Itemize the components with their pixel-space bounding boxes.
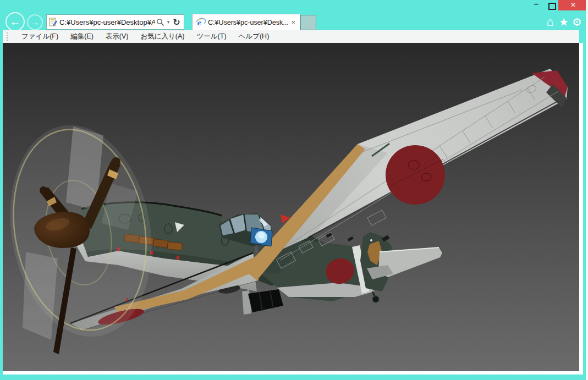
tab-close-icon[interactable]: × — [290, 18, 296, 26]
address-url-text[interactable]: C:¥Users¥pc-user¥Desktop¥A6M — [59, 18, 155, 26]
back-button[interactable]: ← — [6, 12, 25, 31]
home-icon[interactable]: ⌂ — [543, 15, 557, 29]
minimize-button[interactable]: – — [530, 0, 543, 10]
blue-nav-light — [250, 228, 272, 246]
address-bar[interactable]: C:¥Users¥pc-user¥Desktop¥A6M ▾ ↻ — [46, 14, 184, 30]
menu-edit[interactable]: 編集(E) — [70, 32, 94, 41]
menu-bar: ファイル(F) 編集(E) 表示(V) お気に入り(A) ツール(T) ヘルプ(… — [3, 30, 579, 43]
favorites-star-icon[interactable]: ★ — [557, 15, 570, 29]
maximize-icon — [548, 3, 556, 10]
aircraft-3d-model[interactable] — [3, 43, 579, 371]
right-wing — [244, 69, 568, 280]
hinomaru-right-wing — [386, 145, 445, 205]
menu-help[interactable]: ヘルプ(H) — [239, 32, 270, 41]
radiator-intake — [248, 289, 283, 312]
ie-logo-icon: e — [196, 18, 206, 27]
address-dropdown-icon[interactable]: ▾ — [165, 19, 172, 25]
back-icon: ← — [10, 15, 21, 28]
maximize-button[interactable] — [545, 0, 558, 10]
forward-icon: → — [31, 18, 40, 27]
menu-grip-handle[interactable] — [7, 32, 9, 41]
browser-tab[interactable]: e C:¥Users¥pc-user¥Desk... × — [192, 14, 300, 30]
page-file-icon — [49, 18, 57, 26]
ie-window: { "window_controls": { "minimize_icon": … — [0, 0, 588, 380]
menu-file[interactable]: ファイル(F) — [21, 32, 58, 41]
viewport-3d[interactable]: Cortona3D — [3, 43, 579, 371]
tail-wheel — [372, 296, 379, 302]
close-button[interactable]: ✕ — [558, 0, 588, 10]
tab-title: C:¥Users¥pc-user¥Desk... — [208, 19, 288, 26]
menu-tools[interactable]: ツール(T) — [197, 32, 227, 41]
menu-favorites[interactable]: お気に入り(A) — [140, 32, 184, 41]
window-edge — [586, 0, 588, 380]
forward-button[interactable]: → — [27, 14, 43, 30]
search-icon[interactable] — [155, 18, 165, 26]
refresh-icon[interactable]: ↻ — [172, 17, 182, 27]
menu-view[interactable]: 表示(V) — [106, 32, 129, 41]
settings-gear-icon[interactable]: ⚙ — [570, 15, 584, 29]
new-tab-button[interactable] — [300, 15, 316, 30]
